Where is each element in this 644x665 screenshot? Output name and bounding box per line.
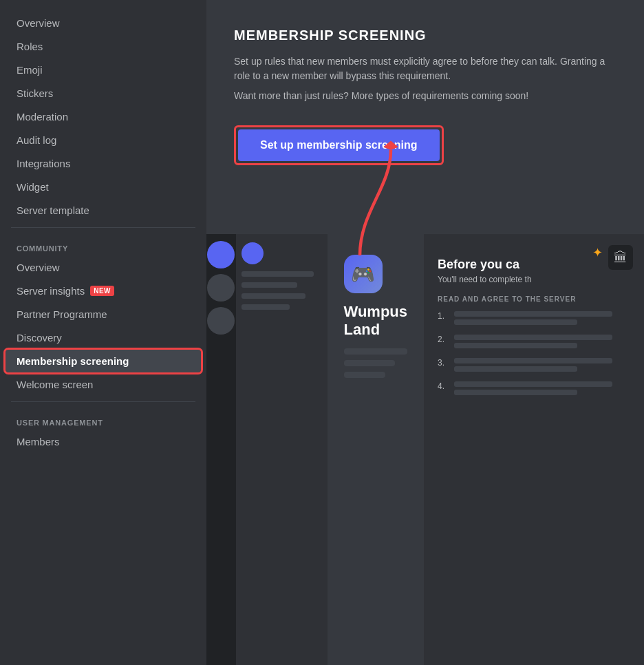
preview-rule-1: 1. [438, 311, 630, 328]
preview-server-icon-3 [207, 307, 235, 335]
sidebar-section-community: COMMUNITY [6, 233, 201, 255]
preview-card-right: ✦ 🏛 Before you ca You'll need to complet… [424, 234, 644, 665]
preview-main-card: 🎮 Wumpus Land ✦ 🏛 Before you ca You'll n… [328, 234, 644, 665]
sidebar-item-community-overview[interactable]: Overview [6, 256, 201, 279]
sidebar-divider-1 [11, 227, 195, 228]
sidebar-item-server-template[interactable]: Server template [6, 199, 201, 222]
preview-desc-line-1 [344, 348, 407, 355]
page-title: MEMBERSHIP SCREENING [234, 28, 616, 43]
sidebar-divider-2 [11, 401, 195, 402]
sidebar-item-welcome-screen[interactable]: Welcome screen [6, 373, 201, 396]
sidebar-item-membership-screening[interactable]: Membership screening [6, 350, 201, 372]
description-2: Want more than just rules? More types of… [234, 89, 616, 103]
preview-channel-line-2 [242, 282, 298, 288]
sidebar-item-members[interactable]: Members [6, 430, 201, 453]
sidebar-item-roles[interactable]: Roles [6, 35, 201, 58]
sparkle-icon: ✦ [592, 245, 603, 260]
preview-right-icon: 🏛 [608, 245, 633, 270]
sidebar-item-discovery[interactable]: Discovery [6, 326, 201, 349]
sidebar-item-overview[interactable]: Overview [6, 12, 201, 34]
sidebar-item-integrations[interactable]: Integrations [6, 152, 201, 175]
new-badge: NEW [90, 286, 114, 296]
sidebar-item-stickers[interactable]: Stickers [6, 82, 201, 105]
preview-channel-line-3 [242, 293, 305, 299]
description-1: Set up rules that new members must expli… [234, 54, 616, 83]
sidebar-item-audit-log[interactable]: Audit log [6, 129, 201, 151]
svg-marker-0 [383, 141, 398, 151]
preview-rule-4: 4. [438, 381, 630, 398]
sidebar-item-emoji[interactable]: Emoji [6, 59, 201, 81]
preview-channel-line-4 [242, 304, 290, 310]
preview-read-agree-label: READ AND AGREE TO THE SERVER [438, 295, 630, 303]
sidebar-item-partner-programme[interactable]: Partner Programme [6, 303, 201, 326]
sidebar-section-user-management: USER MANAGEMENT [6, 408, 201, 430]
main-content: MEMBERSHIP SCREENING Set up rules that n… [206, 0, 644, 665]
sidebar-item-widget[interactable]: Widget [6, 176, 201, 198]
preview-server-list [206, 234, 236, 665]
preview-before-sub: You'll need to complete th [438, 275, 630, 284]
preview-rule-3: 3. [438, 358, 630, 374]
sidebar: Overview Roles Emoji Stickers Moderation… [0, 0, 206, 665]
preview-channel-list [236, 234, 328, 665]
preview-server-icon-2 [207, 274, 235, 302]
preview-card-left: 🎮 Wumpus Land [328, 234, 424, 665]
preview-channel-line-1 [242, 271, 314, 277]
preview-area: 🎮 Wumpus Land ✦ 🏛 Before you ca You'll n… [206, 234, 644, 665]
preview-rule-2: 2. [438, 335, 630, 351]
preview-channel-avatar [242, 242, 264, 264]
preview-server-icon-1 [207, 241, 235, 268]
arrow-indicator [337, 138, 420, 264]
sidebar-item-server-insights[interactable]: Server insights NEW [6, 279, 201, 302]
sidebar-item-moderation[interactable]: Moderation [6, 105, 201, 128]
preview-server-name-text: Wumpus Land [344, 303, 407, 339]
preview-desc-line-2 [344, 360, 395, 366]
preview-desc-line-3 [344, 372, 385, 378]
